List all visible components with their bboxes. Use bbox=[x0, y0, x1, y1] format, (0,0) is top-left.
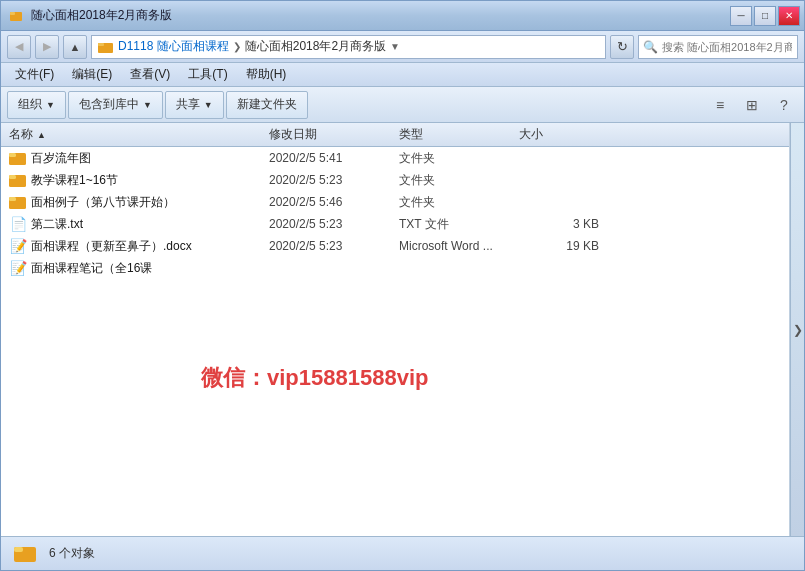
file-type: TXT 文件 bbox=[399, 216, 519, 233]
file-name: 百岁流年图 bbox=[31, 150, 269, 167]
menu-file[interactable]: 文件(F) bbox=[7, 64, 62, 85]
view-list-button[interactable]: ≡ bbox=[706, 91, 734, 119]
file-size: 19 KB bbox=[519, 239, 599, 253]
refresh-icon: ↻ bbox=[617, 39, 628, 54]
svg-rect-9 bbox=[9, 197, 16, 201]
share-button[interactable]: 共享 ▼ bbox=[165, 91, 224, 119]
file-name: 教学课程1~16节 bbox=[31, 172, 269, 189]
help-button[interactable]: ? bbox=[770, 91, 798, 119]
share-label: 共享 bbox=[176, 96, 200, 113]
file-date: 2020/2/5 5:23 bbox=[269, 217, 399, 231]
toolbar-right: ≡ ⊞ ? bbox=[706, 91, 798, 119]
titlebar: 随心面相2018年2月商务版 ─ □ ✕ bbox=[1, 1, 804, 31]
file-rows-container: 百岁流年图 2020/2/5 5:41 文件夹 教学课程1~16节 2020/2… bbox=[1, 147, 789, 279]
folder-address-icon bbox=[98, 40, 114, 54]
menu-view[interactable]: 查看(V) bbox=[122, 64, 178, 85]
new-folder-label: 新建文件夹 bbox=[237, 96, 297, 113]
file-icon: 📝 bbox=[9, 259, 27, 277]
maximize-button[interactable]: □ bbox=[754, 6, 776, 26]
back-button[interactable]: ◀ bbox=[7, 35, 31, 59]
right-panel-arrow-icon: ❯ bbox=[793, 323, 803, 337]
right-panel[interactable]: ❯ bbox=[790, 123, 804, 536]
path-dropdown-arrow[interactable]: ▼ bbox=[390, 41, 400, 52]
menu-tools[interactable]: 工具(T) bbox=[180, 64, 235, 85]
txt-icon: 📄 bbox=[10, 216, 27, 232]
file-date: 2020/2/5 5:41 bbox=[269, 151, 399, 165]
file-icon: 📝 bbox=[9, 237, 27, 255]
table-row[interactable]: 📝 面相课程（更新至鼻子）.docx 2020/2/5 5:23 Microso… bbox=[1, 235, 789, 257]
address-path[interactable]: D1118 随心面相课程 ❯ 随心面相2018年2月商务版 ▼ bbox=[91, 35, 606, 59]
help-icon: ? bbox=[780, 97, 788, 113]
file-type: 文件夹 bbox=[399, 150, 519, 167]
svg-rect-3 bbox=[98, 43, 104, 46]
svg-rect-5 bbox=[9, 153, 16, 157]
file-icon bbox=[9, 171, 27, 189]
view-grid-icon: ⊞ bbox=[746, 97, 758, 113]
status-count: 6 个对象 bbox=[49, 545, 95, 562]
svg-rect-11 bbox=[14, 547, 23, 552]
folder-icon bbox=[9, 172, 27, 188]
titlebar-left: 随心面相2018年2月商务版 bbox=[9, 7, 172, 24]
table-row[interactable]: 面相例子（第八节课开始） 2020/2/5 5:46 文件夹 bbox=[1, 191, 789, 213]
file-name: 面相课程（更新至鼻子）.docx bbox=[31, 238, 269, 255]
file-size: 3 KB bbox=[519, 217, 599, 231]
back-icon: ◀ bbox=[15, 40, 23, 53]
sort-arrow-icon: ▲ bbox=[37, 130, 46, 140]
file-date: 2020/2/5 5:23 bbox=[269, 239, 399, 253]
window-title: 随心面相2018年2月商务版 bbox=[31, 7, 172, 24]
up-icon: ▲ bbox=[70, 41, 81, 53]
file-icon bbox=[9, 149, 27, 167]
path-sep-1: ❯ bbox=[233, 41, 241, 52]
window-icon bbox=[9, 8, 25, 24]
path-segment-2: 随心面相2018年2月商务版 bbox=[245, 38, 386, 55]
organize-arrow-icon: ▼ bbox=[46, 100, 55, 110]
file-date: 2020/2/5 5:23 bbox=[269, 173, 399, 187]
file-date: 2020/2/5 5:46 bbox=[269, 195, 399, 209]
col-header-name[interactable]: 名称 ▲ bbox=[9, 126, 269, 143]
add-to-library-label: 包含到库中 bbox=[79, 96, 139, 113]
path-segment-1: D1118 随心面相课程 bbox=[118, 38, 229, 55]
file-name: 面相例子（第八节课开始） bbox=[31, 194, 269, 211]
folder-icon bbox=[9, 194, 27, 210]
search-box[interactable]: 🔍 bbox=[638, 35, 798, 59]
new-folder-button[interactable]: 新建文件夹 bbox=[226, 91, 308, 119]
file-icon: 📄 bbox=[9, 215, 27, 233]
add-to-library-button[interactable]: 包含到库中 ▼ bbox=[68, 91, 163, 119]
table-row[interactable]: 教学课程1~16节 2020/2/5 5:23 文件夹 bbox=[1, 169, 789, 191]
col-header-size[interactable]: 大小 bbox=[519, 126, 599, 143]
up-button[interactable]: ▲ bbox=[63, 35, 87, 59]
table-row[interactable]: 📝 面相课程笔记（全16课 bbox=[1, 257, 789, 279]
window-controls: ─ □ ✕ bbox=[730, 6, 800, 26]
status-folder-icon bbox=[13, 542, 37, 566]
forward-button[interactable]: ▶ bbox=[35, 35, 59, 59]
statusbar: 6 个对象 bbox=[1, 536, 804, 570]
addressbar: ◀ ▶ ▲ D1118 随心面相课程 ❯ 随心面相2018年2月商务版 ▼ ↻ … bbox=[1, 31, 804, 63]
organize-label: 组织 bbox=[18, 96, 42, 113]
table-row[interactable]: 📄 第二课.txt 2020/2/5 5:23 TXT 文件 3 KB bbox=[1, 213, 789, 235]
explorer-window: 随心面相2018年2月商务版 ─ □ ✕ ◀ ▶ ▲ D1118 随心面相课程 … bbox=[0, 0, 805, 571]
view-grid-button[interactable]: ⊞ bbox=[738, 91, 766, 119]
minimize-button[interactable]: ─ bbox=[730, 6, 752, 26]
file-list-area[interactable]: 名称 ▲ 修改日期 类型 大小 百岁流年图 2020/2/5 5:41 文件夹 bbox=[1, 123, 790, 536]
docx-icon: 📝 bbox=[10, 260, 27, 276]
col-header-date[interactable]: 修改日期 bbox=[269, 126, 399, 143]
forward-icon: ▶ bbox=[43, 40, 51, 53]
menu-help[interactable]: 帮助(H) bbox=[238, 64, 295, 85]
folder-icon bbox=[9, 150, 27, 166]
search-icon: 🔍 bbox=[643, 40, 658, 54]
file-type: 文件夹 bbox=[399, 172, 519, 189]
share-arrow-icon: ▼ bbox=[204, 100, 213, 110]
file-type: Microsoft Word ... bbox=[399, 239, 519, 253]
refresh-button[interactable]: ↻ bbox=[610, 35, 634, 59]
menu-edit[interactable]: 编辑(E) bbox=[64, 64, 120, 85]
search-input[interactable] bbox=[662, 41, 792, 53]
svg-rect-7 bbox=[9, 175, 16, 179]
view-list-icon: ≡ bbox=[716, 97, 724, 113]
svg-rect-1 bbox=[10, 12, 15, 15]
file-type: 文件夹 bbox=[399, 194, 519, 211]
table-row[interactable]: 百岁流年图 2020/2/5 5:41 文件夹 bbox=[1, 147, 789, 169]
organize-button[interactable]: 组织 ▼ bbox=[7, 91, 66, 119]
close-button[interactable]: ✕ bbox=[778, 6, 800, 26]
menubar: 文件(F) 编辑(E) 查看(V) 工具(T) 帮助(H) bbox=[1, 63, 804, 87]
col-header-type[interactable]: 类型 bbox=[399, 126, 519, 143]
